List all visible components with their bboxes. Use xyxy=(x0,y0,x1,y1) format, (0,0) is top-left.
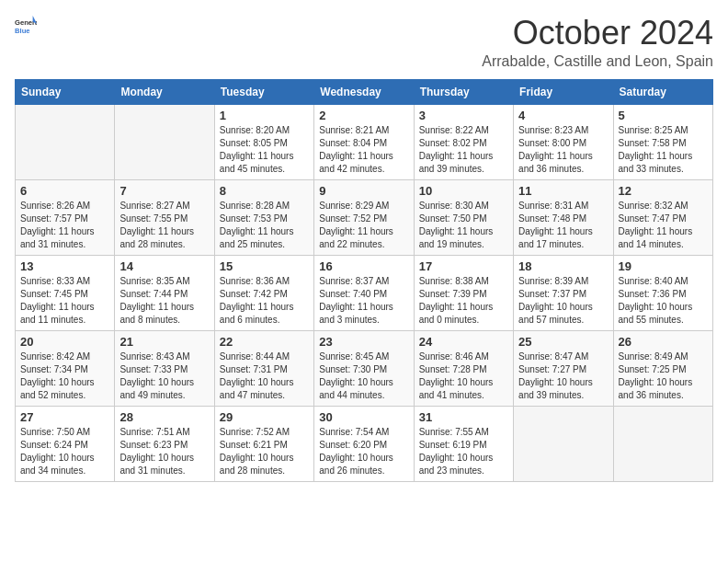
day-number: 16 xyxy=(319,259,408,273)
calendar-cell: 31Sunrise: 7:55 AMSunset: 6:19 PMDayligh… xyxy=(414,406,513,481)
day-info: Sunrise: 8:39 AMSunset: 7:37 PMDaylight:… xyxy=(518,275,608,327)
calendar-week-5: 27Sunrise: 7:50 AMSunset: 6:24 PMDayligh… xyxy=(16,406,713,481)
day-info: Sunrise: 8:30 AMSunset: 7:50 PMDaylight:… xyxy=(419,200,508,251)
day-info: Sunrise: 8:45 AMSunset: 7:30 PMDaylight:… xyxy=(319,350,408,402)
day-number: 24 xyxy=(419,335,508,349)
day-info: Sunrise: 8:33 AMSunset: 7:45 PMDaylight:… xyxy=(20,275,109,327)
day-info: Sunrise: 8:49 AMSunset: 7:25 PMDaylight:… xyxy=(619,350,708,402)
weekday-header-tuesday: Tuesday xyxy=(214,79,313,104)
day-number: 19 xyxy=(619,259,708,273)
weekday-header-wednesday: Wednesday xyxy=(314,79,414,104)
calendar-cell: 16Sunrise: 8:37 AMSunset: 7:40 PMDayligh… xyxy=(314,255,414,330)
day-number: 18 xyxy=(518,259,608,273)
calendar-cell: 19Sunrise: 8:40 AMSunset: 7:36 PMDayligh… xyxy=(613,255,712,330)
day-info: Sunrise: 8:25 AMSunset: 7:58 PMDaylight:… xyxy=(619,124,708,176)
day-info: Sunrise: 8:35 AMSunset: 7:44 PMDaylight:… xyxy=(119,275,209,327)
calendar-cell: 22Sunrise: 8:44 AMSunset: 7:31 PMDayligh… xyxy=(214,330,313,406)
day-info: Sunrise: 8:38 AMSunset: 7:39 PMDaylight:… xyxy=(419,275,508,327)
calendar-cell: 26Sunrise: 8:49 AMSunset: 7:25 PMDayligh… xyxy=(613,330,712,406)
calendar-cell: 9Sunrise: 8:29 AMSunset: 7:52 PMDaylight… xyxy=(314,179,414,255)
day-info: Sunrise: 8:28 AMSunset: 7:53 PMDaylight:… xyxy=(220,200,309,251)
day-number: 27 xyxy=(20,410,109,424)
day-info: Sunrise: 8:32 AMSunset: 7:47 PMDaylight:… xyxy=(619,200,708,251)
day-number: 21 xyxy=(119,335,209,349)
day-info: Sunrise: 8:23 AMSunset: 8:00 PMDaylight:… xyxy=(518,124,608,176)
calendar-cell: 17Sunrise: 8:38 AMSunset: 7:39 PMDayligh… xyxy=(414,255,513,330)
weekday-header-friday: Friday xyxy=(514,79,613,104)
calendar-cell: 13Sunrise: 8:33 AMSunset: 7:45 PMDayligh… xyxy=(16,255,115,330)
day-info: Sunrise: 8:40 AMSunset: 7:36 PMDaylight:… xyxy=(619,275,708,327)
day-info: Sunrise: 8:47 AMSunset: 7:27 PMDaylight:… xyxy=(518,350,608,402)
calendar-cell xyxy=(613,406,712,481)
day-info: Sunrise: 7:50 AMSunset: 6:24 PMDaylight:… xyxy=(20,426,109,477)
day-info: Sunrise: 8:31 AMSunset: 7:48 PMDaylight:… xyxy=(518,200,608,251)
day-info: Sunrise: 7:54 AMSunset: 6:20 PMDaylight:… xyxy=(319,426,408,477)
calendar-cell: 27Sunrise: 7:50 AMSunset: 6:24 PMDayligh… xyxy=(16,406,115,481)
calendar-cell: 30Sunrise: 7:54 AMSunset: 6:20 PMDayligh… xyxy=(314,406,414,481)
logo-image: General Blue xyxy=(15,15,37,40)
day-number: 10 xyxy=(419,184,508,198)
calendar-cell: 10Sunrise: 8:30 AMSunset: 7:50 PMDayligh… xyxy=(414,179,513,255)
day-number: 1 xyxy=(220,109,309,122)
day-number: 7 xyxy=(119,184,209,198)
logo: General Blue xyxy=(15,15,37,40)
calendar-cell: 23Sunrise: 8:45 AMSunset: 7:30 PMDayligh… xyxy=(314,330,414,406)
day-info: Sunrise: 7:52 AMSunset: 6:21 PMDaylight:… xyxy=(220,426,309,477)
weekday-header-thursday: Thursday xyxy=(414,79,513,104)
calendar-cell: 15Sunrise: 8:36 AMSunset: 7:42 PMDayligh… xyxy=(214,255,313,330)
day-number: 2 xyxy=(319,109,408,122)
calendar-cell: 18Sunrise: 8:39 AMSunset: 7:37 PMDayligh… xyxy=(514,255,613,330)
calendar-cell: 25Sunrise: 8:47 AMSunset: 7:27 PMDayligh… xyxy=(514,330,613,406)
calendar-table: SundayMondayTuesdayWednesdayThursdayFrid… xyxy=(15,79,713,482)
calendar-cell: 4Sunrise: 8:23 AMSunset: 8:00 PMDaylight… xyxy=(514,104,613,179)
calendar-cell xyxy=(514,406,613,481)
calendar-cell: 12Sunrise: 8:32 AMSunset: 7:47 PMDayligh… xyxy=(613,179,712,255)
day-number: 9 xyxy=(319,184,408,198)
day-number: 28 xyxy=(119,410,209,424)
day-number: 22 xyxy=(220,335,309,349)
svg-text:Blue: Blue xyxy=(15,27,30,35)
calendar-week-1: 1Sunrise: 8:20 AMSunset: 8:05 PMDaylight… xyxy=(16,104,713,179)
calendar-week-3: 13Sunrise: 8:33 AMSunset: 7:45 PMDayligh… xyxy=(16,255,713,330)
calendar-cell: 5Sunrise: 8:25 AMSunset: 7:58 PMDaylight… xyxy=(613,104,712,179)
day-info: Sunrise: 8:27 AMSunset: 7:55 PMDaylight:… xyxy=(119,200,209,251)
calendar-cell: 1Sunrise: 8:20 AMSunset: 8:05 PMDaylight… xyxy=(214,104,313,179)
weekday-header-sunday: Sunday xyxy=(16,79,115,104)
calendar-cell xyxy=(16,104,115,179)
day-info: Sunrise: 8:44 AMSunset: 7:31 PMDaylight:… xyxy=(220,350,309,402)
location-title: Arrabalde, Castille and Leon, Spain xyxy=(482,53,713,70)
day-number: 23 xyxy=(319,335,408,349)
weekday-header-monday: Monday xyxy=(115,79,214,104)
day-info: Sunrise: 8:22 AMSunset: 8:02 PMDaylight:… xyxy=(419,124,508,176)
day-info: Sunrise: 8:29 AMSunset: 7:52 PMDaylight:… xyxy=(319,200,408,251)
day-info: Sunrise: 7:55 AMSunset: 6:19 PMDaylight:… xyxy=(419,426,508,477)
calendar-cell: 7Sunrise: 8:27 AMSunset: 7:55 PMDaylight… xyxy=(115,179,214,255)
day-number: 17 xyxy=(419,259,508,273)
day-info: Sunrise: 8:46 AMSunset: 7:28 PMDaylight:… xyxy=(419,350,508,402)
day-number: 14 xyxy=(119,259,209,273)
calendar-cell: 8Sunrise: 8:28 AMSunset: 7:53 PMDaylight… xyxy=(214,179,313,255)
day-info: Sunrise: 8:43 AMSunset: 7:33 PMDaylight:… xyxy=(119,350,209,402)
day-number: 3 xyxy=(419,109,508,122)
day-number: 11 xyxy=(518,184,608,198)
calendar-week-4: 20Sunrise: 8:42 AMSunset: 7:34 PMDayligh… xyxy=(16,330,713,406)
day-info: Sunrise: 8:21 AMSunset: 8:04 PMDaylight:… xyxy=(319,124,408,176)
day-number: 15 xyxy=(220,259,309,273)
calendar-cell: 29Sunrise: 7:52 AMSunset: 6:21 PMDayligh… xyxy=(214,406,313,481)
calendar-cell: 21Sunrise: 8:43 AMSunset: 7:33 PMDayligh… xyxy=(115,330,214,406)
day-number: 13 xyxy=(20,259,109,273)
calendar-cell: 3Sunrise: 8:22 AMSunset: 8:02 PMDaylight… xyxy=(414,104,513,179)
day-info: Sunrise: 8:26 AMSunset: 7:57 PMDaylight:… xyxy=(20,200,109,251)
calendar-week-2: 6Sunrise: 8:26 AMSunset: 7:57 PMDaylight… xyxy=(16,179,713,255)
day-info: Sunrise: 7:51 AMSunset: 6:23 PMDaylight:… xyxy=(119,426,209,477)
calendar-cell xyxy=(115,104,214,179)
day-number: 4 xyxy=(518,109,608,122)
calendar-cell: 2Sunrise: 8:21 AMSunset: 8:04 PMDaylight… xyxy=(314,104,414,179)
calendar-cell: 14Sunrise: 8:35 AMSunset: 7:44 PMDayligh… xyxy=(115,255,214,330)
calendar-cell: 24Sunrise: 8:46 AMSunset: 7:28 PMDayligh… xyxy=(414,330,513,406)
day-number: 29 xyxy=(220,410,309,424)
month-title: October 2024 xyxy=(482,15,713,52)
day-info: Sunrise: 8:37 AMSunset: 7:40 PMDaylight:… xyxy=(319,275,408,327)
calendar-cell: 28Sunrise: 7:51 AMSunset: 6:23 PMDayligh… xyxy=(115,406,214,481)
day-number: 26 xyxy=(619,335,708,349)
